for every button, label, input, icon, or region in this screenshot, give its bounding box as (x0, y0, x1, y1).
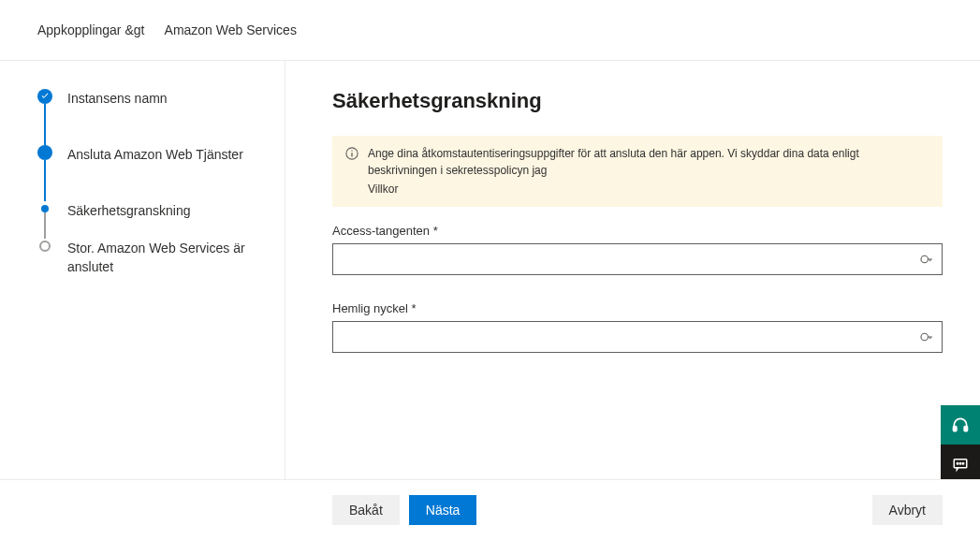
svg-point-9 (959, 463, 961, 465)
wizard-footer: Bakåt Nästa Avbryt (0, 479, 980, 540)
secret-key-input[interactable] (332, 321, 943, 353)
step-dot-icon (41, 205, 49, 212)
key-icon (918, 328, 935, 345)
step-label: Instansens namn (67, 89, 168, 126)
headset-icon (951, 416, 970, 434)
key-icon (918, 251, 935, 268)
svg-point-8 (957, 463, 958, 465)
breadcrumb: Appkopplingar &gt Amazon Web Services (0, 0, 980, 61)
svg-rect-6 (964, 427, 967, 431)
secret-key-label: Hemlig nyckel * (332, 301, 943, 315)
step-label: Stor. Amazon Web Services är anslutet (67, 239, 255, 295)
page-title: Säkerhetsgranskning (332, 89, 943, 113)
svg-point-3 (921, 255, 929, 263)
svg-point-10 (962, 463, 964, 465)
svg-rect-5 (954, 427, 957, 431)
svg-point-4 (921, 333, 929, 341)
info-banner-text: Ange dina åtkomstautentiseringsuppgifter… (368, 147, 859, 177)
breadcrumb-item-appkopplingar[interactable]: Appkopplingar &gt (37, 22, 144, 37)
breadcrumb-item-aws[interactable]: Amazon Web Services (165, 22, 297, 37)
access-key-label: Access-tangenten * (332, 224, 943, 238)
step-connect-aws[interactable]: Ansluta Amazon Web Tjänster (37, 145, 266, 201)
svg-point-2 (351, 150, 352, 151)
step-security-audit[interactable]: Säkerhetsgranskning (37, 201, 266, 239)
step-label: Säkerhetsgranskning (67, 201, 191, 239)
step-dot-icon (37, 145, 52, 160)
info-banner-link[interactable]: Villkor (368, 181, 929, 197)
back-button[interactable]: Bakåt (332, 495, 400, 525)
main-content: Säkerhetsgranskning Ange dina åtkomstaut… (285, 61, 980, 479)
wizard-steps-sidebar: Instansens namn Ansluta Amazon Web Tjäns… (0, 61, 285, 479)
cancel-button[interactable]: Avbryt (872, 495, 943, 525)
help-button[interactable] (941, 405, 980, 445)
info-icon (345, 147, 358, 160)
chat-icon (952, 456, 969, 473)
step-circle-icon (39, 241, 51, 252)
access-key-input[interactable] (332, 243, 943, 275)
step-aws-connected[interactable]: Stor. Amazon Web Services är anslutet (37, 239, 266, 295)
step-label: Ansluta Amazon Web Tjänster (67, 145, 243, 182)
next-button[interactable]: Nästa (409, 495, 477, 525)
step-instance-name[interactable]: Instansens namn (37, 89, 266, 145)
check-icon (37, 89, 52, 104)
info-banner: Ange dina åtkomstautentiseringsuppgifter… (332, 136, 943, 207)
feedback-button[interactable] (941, 445, 980, 484)
